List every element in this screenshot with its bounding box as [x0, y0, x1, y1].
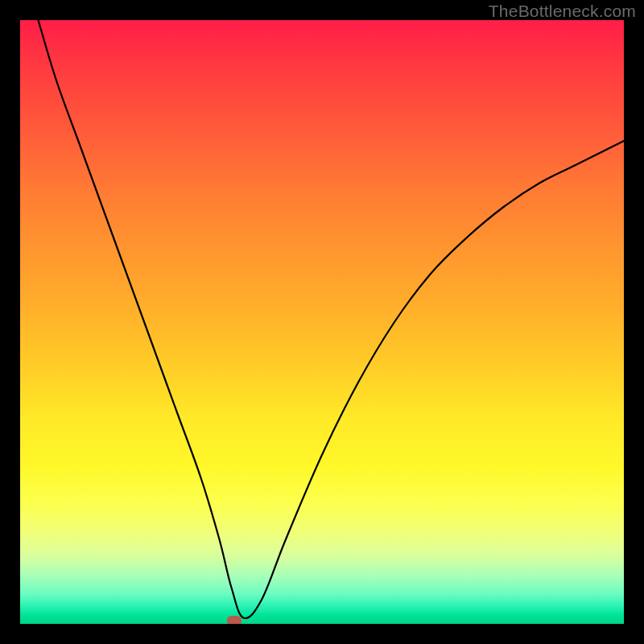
optimal-point-marker [227, 616, 242, 624]
bottleneck-curve [20, 20, 624, 624]
watermark-text: TheBottleneck.com [489, 2, 636, 21]
plot-area [20, 20, 624, 624]
curve-path [39, 20, 625, 618]
chart-frame: TheBottleneck.com [0, 0, 644, 644]
